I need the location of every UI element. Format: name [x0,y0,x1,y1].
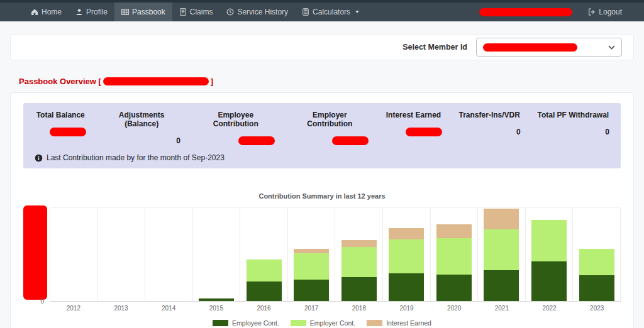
nav-item-service-history[interactable]: Service History [219,3,295,21]
nav-label: Service History [237,8,288,16]
x-axis-label-2020: 2020 [430,305,478,312]
x-axis-label-2019: 2019 [383,305,431,312]
summary-value: 0 [103,136,180,145]
logout-button[interactable]: Logout [581,8,629,16]
bar-segment-2023-employee-cont [579,275,614,301]
bar-2015 [199,298,234,301]
bar-2021 [484,209,519,301]
summary-value [291,136,369,145]
redacted-user-info [479,8,572,16]
bar-2017 [294,249,329,301]
summary-value: 0 [458,128,521,136]
summary-label: Total PF Withdrawal [537,111,609,119]
passbook-overview-card: Total Balance Adjustments (Balance) 0 Em… [10,92,634,328]
x-axis-label-2018: 2018 [335,305,383,312]
chart-title: Contribution Summary in last 12 years [23,192,621,200]
x-axis-label-2017: 2017 [287,305,335,312]
bar-segment-2019-employer-cont [389,239,424,273]
redacted-employee-contribution [238,136,275,145]
contribution-chart: Contribution Summary in last 12 years 0 … [23,192,621,327]
logout-icon [588,8,596,16]
nav-label: Home [42,8,62,16]
bar-2019 [389,228,424,301]
legend-item-employer-cont[interactable]: Employer Cont. [291,319,355,327]
bar-2016 [247,260,282,301]
bar-segment-2017-employee-cont [294,280,329,301]
passbook-overview-heading: Passbook Overview [ ] [19,77,644,86]
document-icon [179,8,187,16]
member-select-label: Select Member Id [402,43,467,52]
bar-segment-2020-interest-earned [436,224,472,238]
bar-segment-2020-employee-cont [436,275,472,301]
x-axis-label-2016: 2016 [240,305,288,312]
nav-label: Claims [190,8,213,16]
legend-swatch-interest-earned [367,320,382,326]
bar-segment-2016-employer-cont [247,260,282,282]
bar-2022 [531,220,567,301]
heading-suffix: ] [211,77,213,86]
summary-value [197,136,275,145]
x-axis-label-2023: 2023 [573,305,621,312]
nav-item-claims[interactable]: Claims [172,3,220,21]
redacted-total-balance [50,128,86,136]
nav-item-passbook[interactable]: Passbook [114,3,172,21]
chart-column-2021 [477,208,525,301]
summary-col-adjustments: Adjustments (Balance) 0 [103,111,180,145]
summary-label: Adjustments (Balance) [103,111,180,128]
chart-column-2015 [192,208,240,301]
chart-column-2020 [430,208,478,301]
chart-row: 0 [23,207,621,302]
member-id-select[interactable] [476,38,622,57]
chart-column-2013 [97,208,145,301]
nav-item-home[interactable]: Home [24,3,69,21]
legend-label: Interest Earned [386,319,431,327]
x-axis-label-2014: 2014 [145,305,192,312]
chart-column-2018 [335,208,382,301]
redacted-overview-member-id [103,77,209,85]
bar-segment-2021-employee-cont [484,270,519,301]
top-navbar: Home Profile Passbook Claims Service His… [0,0,644,21]
redacted-y-axis-labels [23,205,47,300]
legend-swatch-employer-cont [291,320,306,326]
x-axis-label-2013: 2013 [97,305,145,312]
legend-item-employee-cont[interactable]: Employee Cont. [213,319,279,327]
x-axis-label-2022: 2022 [526,305,574,312]
info-icon [35,154,43,162]
x-axis-label-2012: 2012 [50,305,97,312]
home-icon [31,8,38,16]
summary-label: Employee Contribution [197,111,275,128]
summary-grid: Total Balance Adjustments (Balance) 0 Em… [35,111,609,145]
chart-column-2012 [50,208,97,301]
bar-segment-2019-interest-earned [389,228,424,239]
summary-col-employee-contribution: Employee Contribution [197,111,275,145]
bar-segment-2022-employee-cont [531,261,567,301]
chart-column-2019 [382,208,430,301]
nav-item-profile[interactable]: Profile [69,3,114,21]
chart-column-2016 [240,208,287,301]
summary-col-transfer-ins: Transfer-Ins/VDR 0 [458,111,521,145]
logout-label: Logout [599,8,622,16]
summary-value: 0 [537,128,609,136]
nav-label: Passbook [132,8,165,16]
bar-2023 [579,249,614,301]
last-contribution-note: Last Contribution made by for the month … [35,153,609,162]
bar-segment-2017-interest-earned [294,249,329,253]
x-axis-label-2021: 2021 [478,305,526,312]
select-chevron-down-icon [608,45,615,50]
summary-label: Transfer-Ins/VDR [458,111,521,119]
bar-segment-2015-employee-cont [199,298,234,301]
table-icon [121,8,129,16]
legend-item-interest-earned[interactable]: Interest Earned [367,319,431,327]
chart-column-2014 [145,208,192,301]
x-axis-labels: 2012201320142015201620172018201920202021… [50,305,621,312]
member-select-bar: Select Member Id [10,34,634,60]
legend-label: Employee Cont. [232,319,279,327]
nav-label: Profile [86,8,108,16]
nav-item-calculators[interactable]: Calculators [295,3,366,21]
summary-label: Interest Earned [385,111,442,119]
summary-label: Total Balance [35,111,86,119]
summary-label: Employer Contribution [291,111,369,128]
bar-segment-2019-employee-cont [389,273,424,301]
bar-segment-2016-employee-cont [247,282,282,301]
summary-col-total-balance: Total Balance [35,111,86,145]
